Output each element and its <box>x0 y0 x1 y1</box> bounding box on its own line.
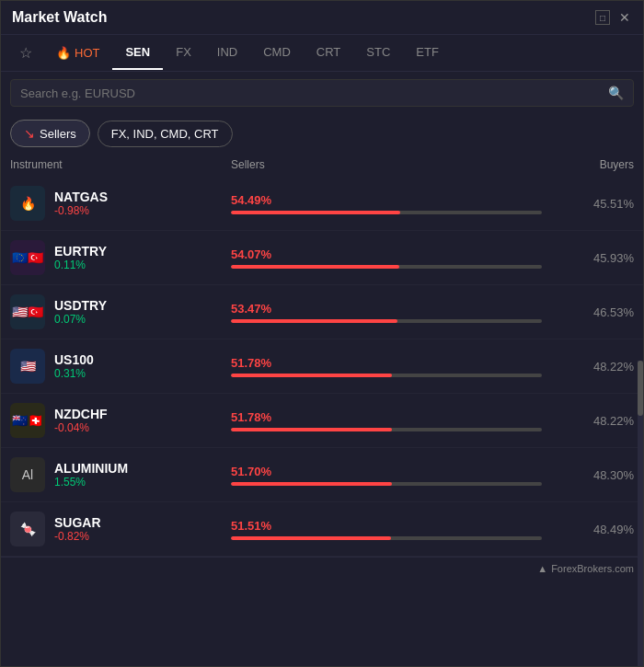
rows-container: 🔥 NATGAS -0.98% 54.49% 45.51% 🇪🇺🇹🇷 EURTR… <box>1 177 643 666</box>
nav-tabs: ☆ 🔥 HOT SEN FX IND CMD CRT STC ETF <box>1 35 643 72</box>
table-row[interactable]: 🍬 SUGAR -0.82% 51.51% 48.49% <box>1 502 643 557</box>
bar-area: 51.51% <box>213 519 551 540</box>
search-input[interactable] <box>20 86 608 100</box>
instrument-header: Instrument <box>10 158 213 171</box>
bar-track <box>231 482 542 486</box>
fx-ind-cmd-crt-label: FX, IND, CMD, CRT <box>111 127 219 141</box>
footer-brand: ▲ ForexBrokers.com <box>537 563 634 574</box>
buyers-pct: 48.30% <box>551 468 634 482</box>
tab-hot[interactable]: 🔥 HOT <box>43 37 112 69</box>
tab-etf[interactable]: ETF <box>403 36 452 70</box>
instrument-info: 🇪🇺🇹🇷 EURTRY 0.11% <box>10 240 213 275</box>
instrument-change: 0.31% <box>54 367 94 380</box>
instrument-name: NATGAS <box>54 190 108 204</box>
instrument-icon: 🔥 <box>10 186 45 221</box>
bar-area: 53.47% <box>213 302 551 323</box>
instrument-info: Al ALUMINIUM 1.55% <box>10 457 213 492</box>
instrument-icon: 🇺🇸🇹🇷 <box>10 294 45 329</box>
sellers-pct: 53.47% <box>231 302 542 316</box>
instrument-change: 0.07% <box>54 313 107 326</box>
title-bar: Market Watch □ ✕ <box>1 1 643 35</box>
bar-fill <box>231 536 391 540</box>
tab-stc[interactable]: STC <box>353 36 403 70</box>
fx-ind-cmd-crt-filter-button[interactable]: FX, IND, CMD, CRT <box>98 121 233 147</box>
brand-icon: ▲ <box>537 563 547 574</box>
sellers-icon: ↘ <box>24 126 35 141</box>
instrument-name: NZDCHF <box>54 407 108 421</box>
sellers-pct: 54.49% <box>231 193 542 207</box>
instrument-name: USDTRY <box>54 298 107 313</box>
bar-fill <box>231 428 392 431</box>
bar-area: 51.78% <box>213 410 551 431</box>
instrument-name: EURTRY <box>54 244 107 259</box>
bar-area: 54.49% <box>213 193 551 214</box>
instrument-change: 0.11% <box>54 259 107 271</box>
instrument-name: ALUMINIUM <box>54 461 128 476</box>
search-bar: 🔍 <box>10 79 634 107</box>
instrument-icon: 🇪🇺🇹🇷 <box>10 240 45 275</box>
bar-fill <box>231 319 397 323</box>
sellers-pct: 51.51% <box>231 519 542 533</box>
tab-star[interactable]: ☆ <box>8 35 43 71</box>
bar-track <box>231 374 542 377</box>
table-row[interactable]: 🇪🇺🇹🇷 EURTRY 0.11% 54.07% 45.93% <box>1 231 643 285</box>
tab-ind[interactable]: IND <box>204 36 250 70</box>
instrument-change: 1.55% <box>54 476 128 489</box>
buyers-pct: 48.22% <box>551 360 634 374</box>
instrument-icon: Al <box>10 457 45 492</box>
bar-area: 51.78% <box>213 356 551 377</box>
tab-hot-label: HOT <box>75 46 99 60</box>
bar-track <box>231 319 542 323</box>
bar-fill <box>231 265 399 269</box>
instrument-info: 🇳🇿🇨🇭 NZDCHF -0.04% <box>10 403 213 438</box>
sellers-pct: 51.78% <box>231 410 542 424</box>
table-row[interactable]: 🇺🇸🇹🇷 USDTRY 0.07% 53.47% 46.53% <box>1 285 643 339</box>
column-headers: Instrument Sellers Buyers <box>1 153 643 177</box>
table-row[interactable]: 🔥 NATGAS -0.98% 54.49% 45.51% <box>1 177 643 231</box>
buyers-header: Buyers <box>551 158 634 171</box>
instrument-icon: 🍬 <box>10 512 45 546</box>
search-icon: 🔍 <box>608 86 624 100</box>
table-row[interactable]: 🇳🇿🇨🇭 NZDCHF -0.04% 51.78% 48.22% <box>1 394 643 448</box>
scrollbar-thumb[interactable] <box>638 361 643 416</box>
tab-sen[interactable]: SEN <box>112 36 163 70</box>
buyers-pct: 45.51% <box>551 197 634 211</box>
fire-icon: 🔥 <box>56 46 71 60</box>
sellers-pct: 51.78% <box>231 356 542 370</box>
sellers-pct: 54.07% <box>231 247 542 261</box>
table-row[interactable]: Al ALUMINIUM 1.55% 51.70% 48.30% <box>1 448 643 502</box>
bar-area: 51.70% <box>213 465 551 486</box>
bar-fill <box>231 374 392 377</box>
instrument-icon: 🇺🇸 <box>10 349 45 384</box>
buyers-pct: 46.53% <box>551 305 634 319</box>
table-row[interactable]: 🇺🇸 US100 0.31% 51.78% 48.22% <box>1 339 643 394</box>
filter-row: ↘ Sellers FX, IND, CMD, CRT <box>1 114 643 153</box>
sellers-filter-label: Sellers <box>40 127 76 141</box>
buyers-pct: 48.22% <box>551 414 634 428</box>
bar-track <box>231 536 542 540</box>
buyers-pct: 45.93% <box>551 251 634 265</box>
scrollbar-track[interactable] <box>638 361 643 666</box>
instrument-info: 🔥 NATGAS -0.98% <box>10 186 213 221</box>
close-button[interactable]: ✕ <box>617 8 632 27</box>
tab-fx[interactable]: FX <box>163 36 204 70</box>
instrument-info: 🍬 SUGAR -0.82% <box>10 512 213 546</box>
tab-crt[interactable]: CRT <box>304 36 353 70</box>
sellers-filter-button[interactable]: ↘ Sellers <box>10 120 90 147</box>
window-title: Market Watch <box>12 9 588 26</box>
bar-fill <box>231 482 392 486</box>
tab-cmd[interactable]: CMD <box>250 36 304 70</box>
instrument-change: -0.98% <box>54 204 108 217</box>
instrument-info: 🇺🇸🇹🇷 USDTRY 0.07% <box>10 294 213 329</box>
bar-track <box>231 265 542 269</box>
minimize-button[interactable]: □ <box>595 10 610 25</box>
bar-area: 54.07% <box>213 247 551 269</box>
bar-track <box>231 211 542 214</box>
buyers-pct: 48.49% <box>551 523 634 536</box>
market-watch-window: Market Watch □ ✕ ☆ 🔥 HOT SEN FX IND CMD … <box>0 0 644 667</box>
instrument-change: -0.04% <box>54 421 108 434</box>
instrument-change: -0.82% <box>54 530 101 543</box>
instrument-info: 🇺🇸 US100 0.31% <box>10 349 213 384</box>
instrument-icon: 🇳🇿🇨🇭 <box>10 403 45 438</box>
sellers-header: Sellers <box>213 158 551 171</box>
